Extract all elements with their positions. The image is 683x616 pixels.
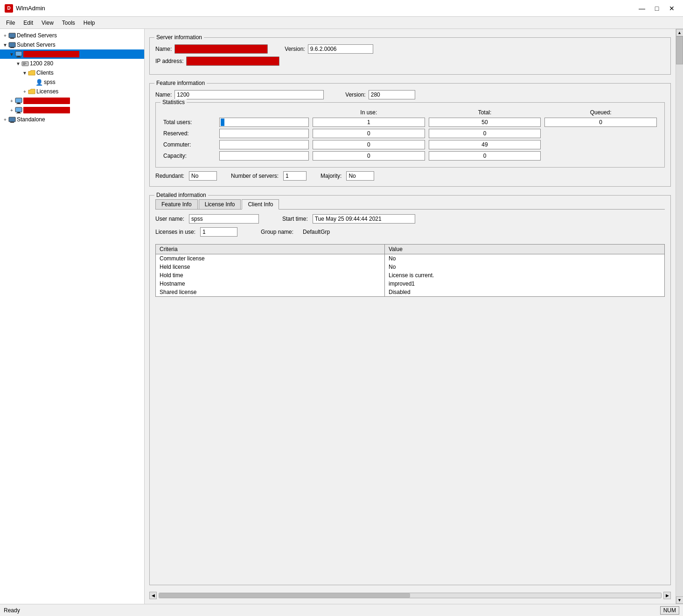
tree-item-1200-280[interactable]: ▼ 1200 280 (0, 59, 144, 68)
folder-icon-clients (28, 69, 35, 77)
server-version-input[interactable] (308, 44, 373, 54)
redundant-input[interactable] (189, 171, 217, 181)
commuter-total (427, 139, 543, 150)
v-scroll-down-btn[interactable]: ▼ (676, 596, 683, 604)
main-layout: + Defined Servers ▼ Subnet Servers ▼ (0, 29, 683, 604)
table-row[interactable]: Shared license Disabled (156, 288, 664, 296)
menu-view[interactable]: View (37, 18, 58, 28)
person-icon: 👤 (35, 78, 43, 86)
row-reserved: Reserved: (161, 128, 659, 139)
tree-item-spss[interactable]: 👤 spss (0, 77, 144, 87)
start-time-input[interactable] (313, 214, 415, 224)
majority-input[interactable] (346, 171, 374, 181)
capacity-in-use-input[interactable] (313, 151, 425, 161)
minimize-button[interactable]: — (635, 3, 648, 14)
tree-item-clients[interactable]: ▼ Clients (0, 68, 144, 77)
tree-item-standalone[interactable]: + Standalone (0, 115, 144, 124)
tree-item-defined-servers[interactable]: + Defined Servers (0, 31, 144, 40)
left-panel[interactable]: + Defined Servers ▼ Subnet Servers ▼ (0, 29, 145, 604)
svg-rect-6 (16, 57, 21, 57)
redundant-row: Redundant: Number of servers: Majority: (155, 171, 665, 181)
tree-item-server-1[interactable]: ▼ (0, 49, 144, 59)
tree-item-server-3[interactable]: + (0, 105, 144, 115)
criteria-col-header: Criteria (156, 245, 385, 254)
h-scroll-left-btn[interactable]: ◀ (149, 592, 157, 599)
table-row[interactable]: Hostname improved1 (156, 280, 664, 288)
table-row[interactable]: Hold time License is current. (156, 271, 664, 280)
h-scroll-track[interactable] (159, 593, 662, 598)
total-users-total (427, 117, 543, 128)
v-scroll-track[interactable] (676, 36, 683, 596)
h-scroll-thumb[interactable] (159, 593, 410, 598)
tab-client-info[interactable]: Client Info (242, 199, 279, 210)
feature-name-input[interactable] (174, 90, 324, 99)
maximize-button[interactable]: □ (650, 3, 663, 14)
svg-rect-3 (10, 47, 14, 48)
server-group-icon-3 (8, 116, 16, 123)
tab-license-info[interactable]: License Info (199, 199, 241, 209)
tree-label-standalone: Standalone (17, 116, 45, 123)
capacity-in-use (311, 150, 427, 161)
tree-label-clients: Clients (36, 70, 54, 76)
tree-item-licenses[interactable]: + Licenses (0, 87, 144, 96)
menu-tools[interactable]: Tools (58, 18, 79, 28)
total-users-bar (217, 117, 311, 128)
reserved-in-use-input[interactable] (313, 129, 425, 138)
menu-help[interactable]: Help (79, 18, 99, 28)
capacity-total-input[interactable] (429, 151, 541, 161)
expander-1200-280[interactable]: ▼ (15, 61, 21, 66)
tree-item-server-2[interactable]: + (0, 96, 144, 105)
value-hold-time: License is current. (385, 271, 665, 280)
server-version-label: Version: (285, 46, 305, 52)
monitor-icon-1 (15, 50, 22, 58)
criteria-commuter-license: Commuter license (156, 254, 385, 263)
server-1-label-redacted (23, 51, 79, 57)
total-users-queued-input[interactable] (544, 118, 657, 127)
value-col-header: Value (385, 245, 665, 254)
svg-rect-10 (23, 64, 25, 65)
row-commuter: Commuter: (161, 139, 659, 150)
expander-clients[interactable]: ▼ (21, 70, 28, 76)
criteria-hostname: Hostname (156, 280, 385, 288)
expander-server-2[interactable]: + (8, 98, 15, 104)
tab-feature-info[interactable]: Feature Info (155, 199, 198, 209)
expander-subnet-servers[interactable]: ▼ (2, 42, 8, 48)
client-info-content: User name: Start time: Licenses in use: … (155, 214, 665, 297)
num-servers-input[interactable] (283, 171, 307, 181)
server-info-legend: Server information (154, 34, 204, 41)
feature-version-input[interactable] (369, 90, 415, 99)
expander-server-3[interactable]: + (8, 108, 15, 113)
commuter-in-use-input[interactable] (313, 140, 425, 149)
close-button[interactable]: ✕ (665, 3, 678, 14)
svg-rect-5 (17, 56, 20, 57)
svg-marker-12 (28, 89, 35, 94)
user-name-input[interactable] (189, 214, 259, 224)
feature-info-group: Feature information Name: Version: Stati… (149, 83, 671, 187)
menu-edit[interactable]: Edit (19, 18, 37, 28)
v-scrollbar[interactable]: ▲ ▼ (676, 29, 683, 604)
menu-file[interactable]: File (2, 18, 19, 28)
statistics-table: In use: Total: Queued: Total users: (161, 108, 659, 161)
h-scroll-right-btn[interactable]: ▶ (663, 592, 671, 599)
expander-server-1[interactable]: ▼ (8, 52, 15, 57)
table-row[interactable]: Held license No (156, 263, 664, 271)
total-users-in-use-input[interactable] (313, 118, 425, 127)
reserved-label: Reserved: (161, 128, 217, 139)
table-row[interactable]: Commuter license No (156, 254, 664, 263)
tree-item-subnet-servers[interactable]: ▼ Subnet Servers (0, 40, 144, 49)
total-users-total-input[interactable] (429, 118, 541, 127)
expander-licenses[interactable]: + (21, 89, 28, 94)
server-group-icon-2 (8, 41, 16, 49)
blue-cursor-indicator (221, 119, 224, 126)
svg-rect-17 (17, 112, 20, 113)
col-in-use: In use: (311, 108, 427, 117)
expander-spss (29, 80, 35, 85)
v-scroll-up-btn[interactable]: ▲ (676, 29, 683, 36)
licenses-in-use-input[interactable] (200, 227, 237, 237)
commuter-total-input[interactable] (429, 140, 541, 149)
v-scroll-thumb[interactable] (676, 36, 683, 64)
expander-defined-servers[interactable]: + (2, 33, 8, 38)
expander-standalone[interactable]: + (2, 117, 8, 122)
svg-rect-0 (9, 33, 15, 38)
reserved-total-input[interactable] (429, 129, 541, 138)
